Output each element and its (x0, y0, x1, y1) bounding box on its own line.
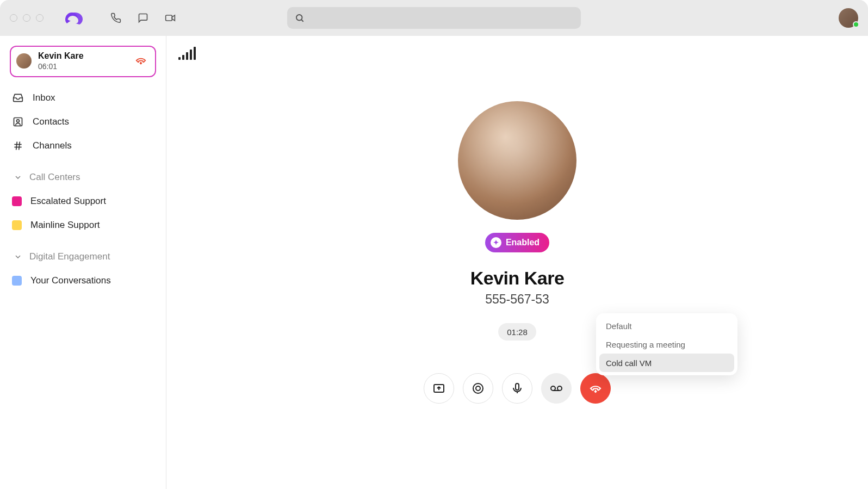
active-call-name: Kevin Kare (38, 51, 128, 61)
contact-phone: 555-567-53 (485, 292, 549, 307)
ai-enabled-pill[interactable]: ✦ Enabled (485, 233, 549, 252)
section-label: Call Centers (29, 172, 80, 183)
sidebar-item-label: Mainline Support (30, 220, 100, 231)
sidebar-item-label: Escalated Support (30, 196, 106, 207)
sidebar-item-label: Your Conversations (30, 275, 111, 286)
sidebar-item-label: Contacts (33, 116, 69, 127)
active-call-duration: 06:01 (38, 62, 128, 71)
share-screen-button[interactable] (424, 373, 454, 404)
svg-line-7 (19, 142, 20, 150)
hang-up-icon[interactable] (134, 55, 147, 67)
end-call-button[interactable] (580, 373, 611, 404)
section-call-centers[interactable]: Call Centers (10, 166, 156, 188)
voicemail-dropdown: Default Requesting a meeting Cold call V… (596, 313, 737, 375)
voicemail-button[interactable] (541, 373, 572, 404)
svg-point-12 (551, 386, 555, 391)
svg-rect-0 (166, 15, 172, 21)
phone-icon[interactable] (110, 12, 122, 24)
record-button[interactable] (463, 373, 493, 404)
sidebar-item-mainline-support[interactable]: Mainline Support (10, 214, 156, 236)
search-icon (295, 13, 305, 23)
dropdown-item-requesting-meeting[interactable]: Requesting a meeting (599, 335, 734, 354)
sidebar-item-inbox[interactable]: Inbox (10, 87, 156, 109)
presence-indicator (853, 21, 859, 28)
svg-point-10 (476, 386, 480, 391)
contact-name: Kevin Kare (470, 268, 565, 289)
chevron-down-icon (12, 173, 24, 182)
mute-button[interactable] (502, 373, 532, 404)
minimize-window-button[interactable] (23, 14, 30, 22)
color-indicator (12, 220, 22, 230)
sidebar-item-escalated-support[interactable]: Escalated Support (10, 190, 156, 212)
pill-label: Enabled (506, 238, 540, 247)
sidebar-item-label: Inbox (33, 92, 55, 103)
svg-point-13 (557, 386, 562, 391)
svg-rect-11 (516, 383, 519, 390)
sidebar-item-your-conversations[interactable]: Your Conversations (10, 270, 156, 292)
sidebar-item-channels[interactable]: Channels (10, 135, 156, 157)
dropdown-item-cold-call-vm[interactable]: Cold call VM (599, 354, 734, 372)
app-logo (65, 11, 83, 24)
video-icon[interactable] (164, 12, 176, 24)
avatar (16, 53, 32, 69)
color-indicator (12, 196, 22, 206)
svg-point-9 (473, 383, 483, 393)
dropdown-item-default[interactable]: Default (599, 317, 734, 335)
search-input[interactable] (287, 7, 581, 29)
sidebar: Kevin Kare 06:01 Inbox Contacts (0, 36, 166, 489)
signal-strength-icon (178, 47, 196, 60)
hash-icon (12, 140, 24, 151)
svg-line-6 (16, 142, 17, 150)
maximize-window-button[interactable] (36, 14, 44, 22)
section-digital-engagement[interactable]: Digital Engagement (10, 246, 156, 268)
svg-point-1 (296, 15, 302, 21)
close-window-button[interactable] (10, 14, 17, 22)
section-label: Digital Engagement (29, 251, 110, 262)
inbox-icon (12, 92, 24, 103)
window-controls (10, 14, 44, 22)
sidebar-item-contacts[interactable]: Contacts (10, 111, 156, 133)
ai-icon: ✦ (491, 237, 501, 248)
call-panel: ✦ Enabled Kevin Kare 555-567-53 01:28 (166, 36, 868, 489)
active-call-card[interactable]: Kevin Kare 06:01 (10, 46, 156, 77)
title-bar (0, 0, 868, 36)
color-indicator (12, 276, 22, 286)
profile-avatar[interactable] (839, 8, 858, 28)
call-duration: 01:28 (498, 323, 536, 341)
contacts-icon (12, 116, 24, 127)
chat-icon[interactable] (137, 12, 149, 24)
contact-avatar (458, 101, 576, 220)
svg-point-3 (17, 120, 20, 122)
chevron-down-icon (12, 252, 24, 261)
sidebar-item-label: Channels (33, 140, 72, 151)
